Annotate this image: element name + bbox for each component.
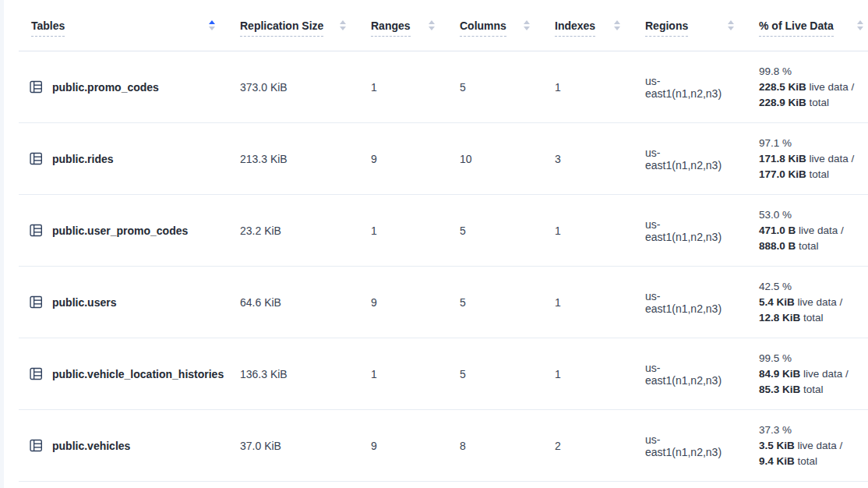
table-name-cell: public.rides (19, 152, 228, 165)
table-name-cell: public.vehicle_location_histories (19, 367, 228, 380)
ranges-cell: 9 (358, 153, 447, 165)
columns-cell: 5 (447, 368, 542, 380)
live-data-line: 5.4 KiB live data / (759, 295, 863, 310)
column-header-tables[interactable]: Tables (19, 19, 228, 32)
total-data-line: 12.8 KiB total (759, 310, 863, 326)
ranges-cell: 1 (358, 225, 447, 237)
sort-arrows-icon[interactable] (340, 20, 346, 30)
sort-arrows-icon[interactable] (429, 20, 435, 30)
table-row: public.promo_codes 373.0 KiB 1 5 1 us-ea… (19, 51, 868, 123)
total-data-line: 888.0 B total (759, 239, 863, 254)
total-data-line: 228.9 KiB total (759, 95, 863, 111)
live-percent: 99.5 % (759, 351, 863, 366)
regions-cell: us-east1(n1,n2,n3) (633, 75, 746, 100)
live-data-line: 171.8 KiB live data / (759, 151, 863, 167)
table-icon (30, 224, 43, 237)
indexes-cell: 1 (542, 296, 633, 309)
column-header-label: Ranges (371, 19, 411, 37)
column-header-regions[interactable]: Regions (633, 19, 746, 32)
table-icon (30, 367, 43, 380)
table-name-cell: public.users (19, 295, 228, 309)
total-data-line: 9.4 KiB total (759, 454, 863, 469)
table-name-link[interactable]: public.user_promo_codes (52, 225, 188, 237)
column-header-replication-size[interactable]: Replication Size (228, 19, 358, 32)
ranges-cell: 1 (358, 81, 447, 94)
total-data-line: 85.3 KiB total (759, 382, 863, 398)
indexes-cell: 3 (542, 153, 633, 165)
live-data-line: 471.0 B live data / (759, 223, 863, 239)
table-icon (30, 152, 43, 165)
table-header-row: Tables Replication Size Ranges Columns I… (19, 0, 868, 51)
live-percent: 97.1 % (759, 136, 863, 151)
table-row: public.vehicles 37.0 KiB 9 8 2 us-east1(… (19, 410, 868, 482)
regions-cell: us-east1(n1,n2,n3) (633, 218, 746, 243)
live-data-line: 228.5 KiB live data / (759, 80, 863, 95)
sort-arrows-icon[interactable] (728, 20, 734, 30)
indexes-cell: 2 (542, 440, 633, 452)
table-name-link[interactable]: public.vehicles (52, 440, 130, 452)
column-header-label: Columns (460, 19, 506, 37)
replication-size-cell: 136.3 KiB (228, 368, 358, 380)
column-header-indexes[interactable]: Indexes (542, 19, 633, 32)
column-header-label: Regions (645, 19, 688, 37)
column-header-columns[interactable]: Columns (447, 19, 542, 32)
sort-arrows-icon[interactable] (857, 20, 863, 30)
table-icon (30, 439, 43, 452)
indexes-cell: 1 (542, 225, 633, 237)
regions-cell: us-east1(n1,n2,n3) (633, 433, 746, 458)
indexes-cell: 1 (542, 81, 633, 94)
table-name-link[interactable]: public.users (52, 296, 116, 309)
table-icon (30, 295, 43, 309)
table-name-link[interactable]: public.vehicle_location_histories (52, 368, 224, 380)
live-data-cell: 37.3 % 3.5 KiB live data / 9.4 KiB total (746, 423, 868, 469)
columns-cell: 5 (447, 225, 542, 237)
column-header-live-data[interactable]: % of Live Data (746, 19, 868, 32)
table-row: public.rides 213.3 KiB 9 10 3 us-east1(n… (19, 123, 868, 195)
column-header-label: % of Live Data (759, 19, 834, 37)
column-header-label: Replication Size (240, 19, 323, 37)
sort-arrows-icon[interactable] (614, 20, 620, 30)
live-data-cell: 53.0 % 471.0 B live data / 888.0 B total (746, 207, 868, 254)
page-left-gutter (0, 0, 4, 488)
ranges-cell: 1 (358, 368, 447, 380)
table-row: public.users 64.6 KiB 9 5 1 us-east1(n1,… (19, 267, 868, 338)
table-row: public.vehicle_location_histories 136.3 … (19, 338, 868, 410)
live-data-cell: 99.8 % 228.5 KiB live data / 228.9 KiB t… (746, 64, 868, 111)
table-name-cell: public.user_promo_codes (19, 224, 228, 237)
replication-size-cell: 373.0 KiB (228, 81, 358, 94)
table-name-link[interactable]: public.promo_codes (52, 81, 159, 94)
sort-arrows-icon[interactable] (209, 20, 215, 30)
table-row: public.user_promo_codes 23.2 KiB 1 5 1 u… (19, 195, 868, 267)
table-icon (30, 80, 43, 94)
replication-size-cell: 64.6 KiB (228, 296, 358, 309)
table-name-link[interactable]: public.rides (52, 153, 114, 165)
live-percent: 53.0 % (759, 207, 863, 223)
live-percent: 37.3 % (759, 423, 863, 438)
sort-arrows-icon[interactable] (524, 20, 530, 30)
live-percent: 42.5 % (759, 279, 863, 295)
regions-cell: us-east1(n1,n2,n3) (633, 147, 746, 172)
table-name-cell: public.vehicles (19, 439, 228, 452)
ranges-cell: 9 (358, 296, 447, 309)
live-percent: 99.8 % (759, 64, 863, 80)
replication-size-cell: 23.2 KiB (228, 225, 358, 237)
live-data-cell: 42.5 % 5.4 KiB live data / 12.8 KiB tota… (746, 279, 868, 326)
live-data-line: 84.9 KiB live data / (759, 366, 863, 382)
tables-table: Tables Replication Size Ranges Columns I… (19, 0, 868, 482)
column-header-label: Indexes (555, 19, 595, 37)
live-data-cell: 97.1 % 171.8 KiB live data / 177.0 KiB t… (746, 136, 868, 182)
ranges-cell: 9 (358, 440, 447, 452)
indexes-cell: 1 (542, 368, 633, 380)
live-data-line: 3.5 KiB live data / (759, 438, 863, 454)
regions-cell: us-east1(n1,n2,n3) (633, 290, 746, 315)
live-data-cell: 99.5 % 84.9 KiB live data / 85.3 KiB tot… (746, 351, 868, 398)
column-header-label: Tables (31, 19, 65, 37)
regions-cell: us-east1(n1,n2,n3) (633, 362, 746, 387)
columns-cell: 5 (447, 296, 542, 309)
columns-cell: 8 (447, 440, 542, 452)
table-name-cell: public.promo_codes (19, 80, 228, 94)
total-data-line: 177.0 KiB total (759, 167, 863, 182)
columns-cell: 5 (447, 81, 542, 94)
columns-cell: 10 (447, 153, 542, 165)
column-header-ranges[interactable]: Ranges (358, 19, 447, 32)
